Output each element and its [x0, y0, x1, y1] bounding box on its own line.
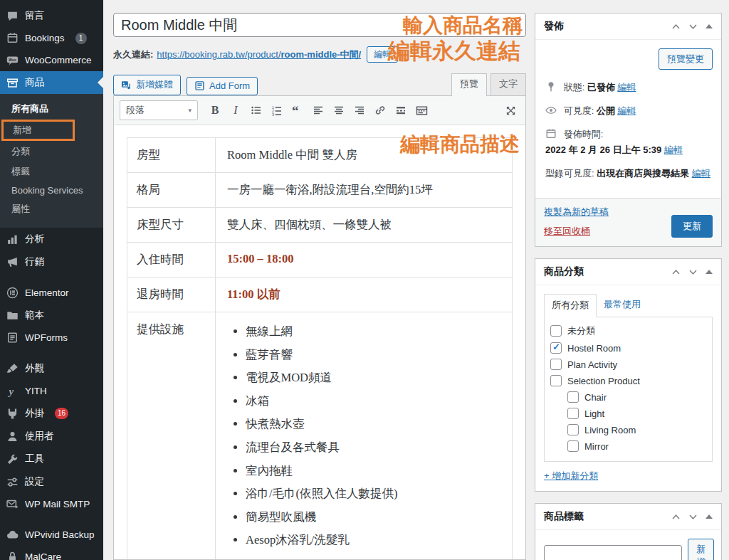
- align-center-button[interactable]: [330, 102, 348, 119]
- checkbox[interactable]: [567, 408, 579, 419]
- add-form-button[interactable]: Add Form: [187, 77, 258, 95]
- title-row: 輸入商品名稱: [113, 13, 526, 37]
- copy-to-draft-link[interactable]: 複製為新的草稿: [544, 206, 609, 218]
- table-row: 退房時間 11:00 以前: [127, 278, 513, 312]
- sidebar-item-yith[interactable]: YITH: [0, 380, 103, 402]
- add-media-label: 新增媒體: [136, 78, 173, 91]
- category-item-chair[interactable]: Chair: [567, 391, 706, 403]
- move-up-icon[interactable]: [671, 22, 681, 31]
- numbered-list-button[interactable]: [268, 102, 286, 119]
- preview-changes-button[interactable]: 預覽變更: [659, 48, 713, 70]
- checkbox[interactable]: [567, 440, 579, 452]
- sidebar-item-bookings[interactable]: Bookings 1: [0, 27, 103, 49]
- collapse-toggle-icon[interactable]: [706, 270, 713, 274]
- publish-panel-header[interactable]: 發佈: [535, 14, 721, 40]
- panel-title: 商品標籤: [544, 510, 671, 523]
- align-left-button[interactable]: [309, 102, 327, 119]
- paragraph-style-select[interactable]: 段落 ▾: [120, 100, 198, 120]
- italic-button[interactable]: I: [226, 102, 245, 119]
- tab-all-categories[interactable]: 所有分類: [544, 294, 597, 317]
- update-button[interactable]: 更新: [671, 215, 713, 238]
- add-tag-button[interactable]: 新增: [688, 539, 714, 560]
- permalink-edit-button[interactable]: 編輯: [367, 46, 398, 63]
- pin-icon: [545, 81, 557, 93]
- bold-button[interactable]: B: [206, 102, 224, 119]
- move-down-icon[interactable]: [688, 512, 698, 522]
- sidebar-item-plugins[interactable]: 外掛 16: [0, 402, 103, 425]
- sidebar-item-tools[interactable]: 工具: [0, 448, 103, 470]
- edit-status-link[interactable]: 編輯: [618, 82, 636, 93]
- editor-content-body[interactable]: 編輯商品描述 房型 Room Middle 中間 雙人房 格局 一房一廳一衛浴,…: [114, 125, 525, 559]
- sidebar-item-products[interactable]: 商品: [0, 71, 103, 94]
- collapse-toggle-icon[interactable]: [706, 514, 713, 519]
- checkbox-checked[interactable]: [550, 342, 562, 354]
- category-item-living-room[interactable]: Living Room: [567, 424, 706, 435]
- submenu-item-attributes[interactable]: 屬性: [0, 199, 103, 219]
- checkbox[interactable]: [550, 359, 562, 370]
- list-item: 無線上網: [246, 323, 500, 339]
- sidebar-item-elementor[interactable]: Elementor: [0, 282, 103, 304]
- move-up-icon[interactable]: [671, 512, 681, 522]
- edit-date-link[interactable]: 編輯: [664, 144, 683, 155]
- annotation-permalink: 編輯永久連結: [388, 39, 520, 63]
- paragraph-select-value: 段落: [126, 104, 145, 117]
- submenu-item-booking-services[interactable]: Booking Services: [0, 181, 103, 199]
- sidebar-item-malcare[interactable]: MalCare: [0, 546, 103, 560]
- sidebar-item-wpvivid-backup[interactable]: WPvivid Backup: [0, 524, 103, 546]
- add-new-category-link[interactable]: + 增加新分類: [544, 470, 598, 482]
- read-more-button[interactable]: [392, 102, 410, 119]
- sidebar-item-label: 範本: [25, 309, 44, 322]
- editor-toolbar: 段落 ▾ B I: [114, 96, 525, 125]
- sidebar-item-label: 使用者: [25, 430, 54, 443]
- move-down-icon[interactable]: [688, 268, 698, 277]
- link-button[interactable]: [371, 102, 389, 119]
- edit-catalog-link[interactable]: 編輯: [692, 168, 710, 179]
- sidebar-item-wpforms[interactable]: WPForms: [0, 327, 103, 349]
- category-item-hostel-room[interactable]: Hostel Room: [550, 342, 706, 354]
- category-item-selection-product[interactable]: Selection Product: [550, 375, 706, 386]
- row-label: 入住時間: [127, 243, 216, 278]
- submenu-item-all-products[interactable]: 所有商品: [0, 99, 103, 119]
- blockquote-button[interactable]: [288, 102, 307, 119]
- align-right-button[interactable]: [350, 102, 369, 119]
- sidebar-item-comments[interactable]: 留言: [0, 4, 103, 27]
- tab-visual[interactable]: 預覽: [451, 73, 487, 96]
- sidebar-item-users[interactable]: 使用者: [0, 425, 103, 448]
- checkbox[interactable]: [567, 424, 579, 435]
- sidebar-item-wp-mail-smtp[interactable]: WP Mail SMTP: [0, 493, 103, 515]
- checkbox[interactable]: [550, 375, 562, 386]
- move-to-trash-link[interactable]: 移至回收桶: [544, 225, 590, 238]
- categories-panel-header[interactable]: 商品分類: [535, 259, 721, 285]
- sidebar-item-woocommerce[interactable]: WooCommerce: [0, 49, 103, 71]
- category-item-mirror[interactable]: Mirror: [567, 440, 706, 452]
- sidebar-item-settings[interactable]: 設定: [0, 470, 103, 493]
- submenu-item-add-new[interactable]: 新增: [1, 120, 75, 141]
- category-item-light[interactable]: Light: [567, 408, 706, 419]
- move-down-icon[interactable]: [688, 22, 698, 31]
- sidebar-item-appearance[interactable]: 外觀: [0, 357, 103, 380]
- collapse-toggle-icon[interactable]: [706, 24, 713, 28]
- checkbox[interactable]: [550, 325, 562, 337]
- new-tag-input[interactable]: [544, 545, 682, 560]
- tab-text[interactable]: 文字: [491, 73, 526, 96]
- product-title-input[interactable]: [113, 13, 526, 37]
- fullscreen-button[interactable]: [501, 102, 520, 119]
- category-item-plan-activity[interactable]: Plan Activity: [550, 359, 706, 370]
- sidebar-item-analytics[interactable]: 分析: [0, 228, 103, 250]
- add-media-button[interactable]: 新增媒體: [113, 75, 181, 95]
- tags-panel-header[interactable]: 商品標籤: [535, 504, 721, 530]
- toolbar-toggle-button[interactable]: [412, 102, 431, 119]
- sidebar-item-marketing[interactable]: 行銷: [0, 250, 103, 273]
- permalink-link[interactable]: https://booking.rab.tw/product/room-midd…: [157, 48, 361, 61]
- checkbox[interactable]: [567, 391, 579, 403]
- submenu-item-tags[interactable]: 標籤: [0, 162, 103, 181]
- visibility-value: 公開: [597, 105, 615, 116]
- edit-visibility-link[interactable]: 編輯: [618, 105, 636, 116]
- tab-most-used[interactable]: 最常使用: [597, 294, 648, 317]
- bulleted-list-button[interactable]: [247, 102, 266, 119]
- templates-folder-icon: [6, 310, 19, 322]
- move-up-icon[interactable]: [671, 268, 681, 277]
- sidebar-item-templates[interactable]: 範本: [0, 304, 103, 327]
- category-item-uncategorized[interactable]: 未分類: [550, 324, 706, 337]
- submenu-item-categories[interactable]: 分類: [0, 142, 103, 162]
